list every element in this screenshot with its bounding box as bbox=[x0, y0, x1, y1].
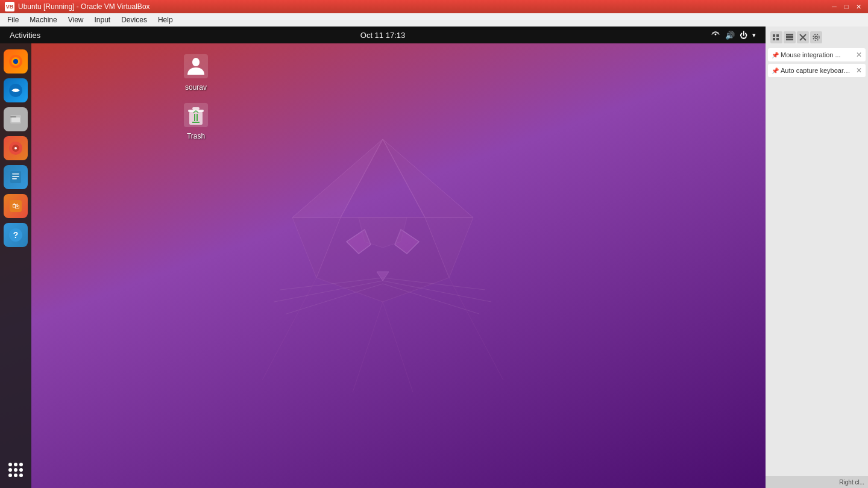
titlebar: VB Ubuntu [Running] - Oracle VM VirtualB… bbox=[0, 0, 868, 13]
menu-item-devices[interactable]: Devices bbox=[116, 14, 152, 25]
svg-line-18 bbox=[383, 302, 413, 392]
panel-btn-add[interactable] bbox=[797, 31, 809, 43]
desktop-icon-trash[interactable]: Trash bbox=[175, 101, 217, 140]
svg-rect-46 bbox=[192, 107, 200, 110]
sourav-icon bbox=[181, 52, 210, 81]
notification-mouse-integration: 📌 Mouse integration ... ✕ bbox=[768, 48, 866, 61]
svg-point-0 bbox=[715, 33, 717, 35]
desktop-wallpaper bbox=[0, 43, 766, 488]
svg-line-17 bbox=[353, 302, 383, 392]
close-notification-capture[interactable]: ✕ bbox=[856, 66, 862, 75]
svg-point-54 bbox=[815, 36, 817, 39]
svg-point-26 bbox=[13, 59, 18, 64]
network-icon bbox=[711, 30, 720, 41]
panel-btn-list[interactable] bbox=[770, 31, 782, 43]
svg-line-11 bbox=[286, 284, 383, 314]
system-tray: 🔊 ⏻ ▾ bbox=[711, 30, 756, 41]
svg-line-16 bbox=[449, 278, 503, 380]
svg-rect-47 bbox=[773, 34, 775, 37]
svg-rect-36 bbox=[12, 176, 19, 177]
notification-text-capture: Auto capture keyboard ... bbox=[781, 67, 854, 74]
arrow-down-icon[interactable]: ▾ bbox=[752, 31, 756, 39]
dock-thunderbird[interactable] bbox=[4, 78, 28, 102]
desktop-icon-sourav[interactable]: sourav bbox=[175, 52, 217, 92]
menu-item-input[interactable]: Input bbox=[90, 14, 116, 25]
menubar: FileMachineViewInputDevicesHelp bbox=[0, 13, 868, 27]
show-applications-button[interactable] bbox=[4, 458, 28, 482]
svg-rect-48 bbox=[776, 34, 779, 37]
sourav-label: sourav bbox=[185, 83, 207, 92]
svg-text:?: ? bbox=[13, 230, 19, 240]
app-icon: VB bbox=[5, 2, 14, 11]
minimize-button[interactable]: ─ bbox=[829, 2, 839, 11]
notification-text-mouse: Mouse integration ... bbox=[781, 51, 854, 58]
ubuntu-topbar: Activities Oct 11 17:13 🔊 ⏻ ▾ bbox=[0, 27, 766, 43]
maximize-button[interactable]: □ bbox=[841, 2, 851, 11]
dock-files[interactable] bbox=[4, 107, 28, 131]
activities-button[interactable]: Activities bbox=[10, 31, 40, 40]
svg-point-33 bbox=[14, 147, 17, 149]
close-notification-mouse[interactable]: ✕ bbox=[856, 51, 862, 59]
dock-firefox[interactable] bbox=[4, 49, 28, 74]
power-icon[interactable]: ⏻ bbox=[740, 31, 747, 40]
vbox-main: Activities Oct 11 17:13 🔊 ⏻ ▾ bbox=[0, 27, 868, 488]
dock-rhythmbox[interactable] bbox=[4, 136, 28, 160]
svg-rect-37 bbox=[12, 178, 17, 180]
status-text: Right cl... bbox=[839, 479, 864, 486]
menu-item-help[interactable]: Help bbox=[153, 14, 178, 25]
sound-icon[interactable]: 🔊 bbox=[725, 31, 735, 40]
svg-rect-35 bbox=[12, 174, 19, 175]
pin-icon[interactable]: 📌 bbox=[772, 52, 779, 58]
pin-icon-2[interactable]: 📌 bbox=[772, 67, 779, 74]
trash-icon bbox=[181, 101, 210, 130]
svg-rect-30 bbox=[11, 117, 20, 122]
window-title: Ubuntu [Running] - Oracle VM VirtualBox bbox=[18, 2, 829, 11]
svg-rect-29 bbox=[10, 116, 16, 117]
vm-area: Activities Oct 11 17:13 🔊 ⏻ ▾ bbox=[0, 27, 766, 488]
window-controls: ─ □ ✕ bbox=[829, 2, 863, 11]
svg-rect-50 bbox=[776, 38, 779, 40]
dock-appstore[interactable]: 🛍 bbox=[4, 194, 28, 218]
svg-line-14 bbox=[383, 284, 479, 314]
notification-auto-capture: 📌 Auto capture keyboard ... ✕ bbox=[768, 64, 866, 77]
panel-btn-settings[interactable] bbox=[810, 31, 822, 43]
svg-text:🛍: 🛍 bbox=[12, 201, 20, 210]
clock-display: Oct 11 17:13 bbox=[360, 31, 405, 40]
panel-btn-grid[interactable] bbox=[784, 31, 796, 43]
panel-toolbar bbox=[770, 31, 822, 43]
svg-rect-51 bbox=[786, 34, 793, 36]
dock-help[interactable]: ? bbox=[4, 223, 28, 247]
svg-point-55 bbox=[813, 34, 819, 40]
ubuntu-desktop[interactable]: 🛍 ? bbox=[0, 43, 766, 488]
svg-line-15 bbox=[262, 278, 316, 380]
svg-marker-1 bbox=[292, 139, 383, 217]
menu-item-machine[interactable]: Machine bbox=[25, 14, 61, 25]
ubuntu-dock: 🛍 ? bbox=[0, 43, 31, 488]
trash-label: Trash bbox=[187, 132, 205, 140]
right-panel: 📌 Mouse integration ... ✕ 📌 Auto capture… bbox=[766, 27, 868, 488]
svg-rect-49 bbox=[773, 38, 775, 40]
menu-item-view[interactable]: View bbox=[63, 14, 89, 25]
svg-marker-2 bbox=[383, 139, 473, 217]
svg-rect-52 bbox=[786, 36, 793, 38]
svg-rect-34 bbox=[10, 171, 21, 183]
menu-item-file[interactable]: File bbox=[2, 14, 24, 25]
svg-rect-53 bbox=[786, 39, 793, 40]
statusbar: Right cl... bbox=[766, 476, 868, 488]
close-button[interactable]: ✕ bbox=[854, 2, 863, 11]
right-panel-header bbox=[768, 29, 866, 46]
dock-writer[interactable] bbox=[4, 165, 28, 189]
